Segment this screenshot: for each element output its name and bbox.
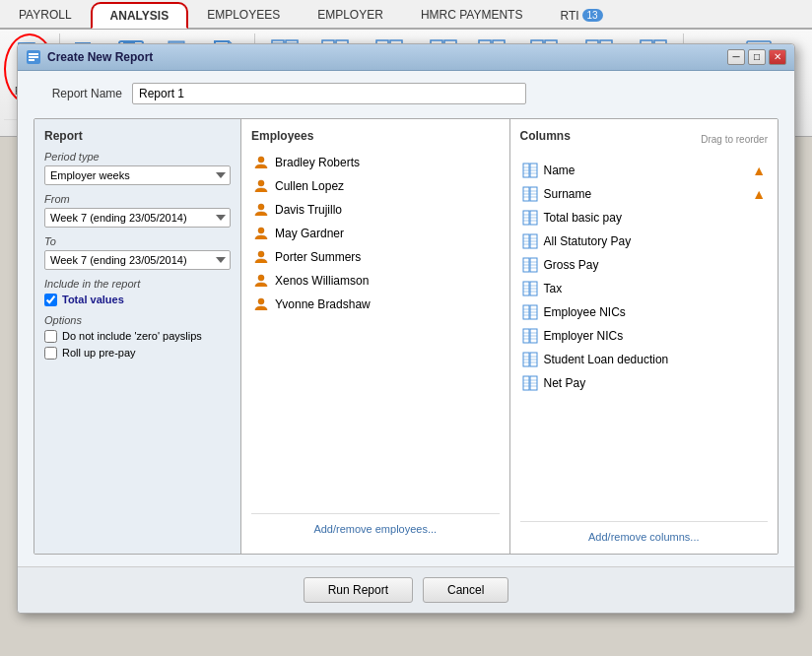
svg-point-64 (258, 157, 264, 163)
columns-panel: Columns Drag to reorder Name ▲ (510, 119, 778, 554)
options-label: Options (44, 314, 231, 326)
employee-name: Porter Summers (275, 250, 361, 264)
person-icon (253, 155, 269, 170)
run-report-button[interactable]: Run Report (304, 577, 413, 603)
report-panel: Report Period type Employer weeks From W… (34, 119, 241, 554)
column-icon (522, 281, 538, 296)
columns-list: Name ▲ Surname ▲ (520, 159, 769, 513)
dialog-columns-area: Report Period type Employer weeks From W… (34, 118, 778, 555)
column-item: All Statutory Pay (520, 230, 769, 253)
drag-reorder-label: Drag to reorder (701, 134, 768, 145)
dialog-controls: ─ □ ✕ (727, 49, 786, 65)
employee-name: Davis Trujillo (275, 203, 342, 217)
total-values-row: Total values (44, 294, 231, 306)
employee-item[interactable]: Bradley Roberts (251, 151, 500, 174)
column-item: Student Loan deduction (520, 348, 769, 371)
to-select[interactable]: Week 7 (ending 23/05/2014) (44, 250, 231, 270)
column-icon (522, 163, 538, 178)
employee-item[interactable]: Cullen Lopez (251, 174, 500, 198)
person-icon (253, 178, 269, 194)
person-icon (253, 273, 269, 289)
svg-point-65 (258, 180, 264, 186)
dialog-overlay: Create New Report ─ □ ✕ Report Name Repo… (0, 0, 812, 656)
column-name: Net Pay (544, 376, 586, 390)
period-type-group: Period type Employer weeks (44, 151, 231, 185)
column-item: Employer NICs (520, 324, 769, 348)
dialog-title: Create New Report (47, 50, 153, 64)
employee-item[interactable]: Xenos Williamson (251, 269, 500, 293)
cancel-button[interactable]: Cancel (423, 577, 508, 603)
from-select[interactable]: Week 7 (ending 23/05/2014) (44, 208, 231, 228)
employee-name: Xenos Williamson (275, 274, 369, 288)
svg-point-67 (258, 228, 264, 233)
period-type-select[interactable]: Employer weeks (44, 165, 231, 185)
option2-label: Roll up pre-pay (62, 347, 136, 359)
column-name: Student Loan deduction (544, 353, 669, 366)
column-icon (522, 304, 538, 320)
dialog-app-icon (26, 49, 41, 65)
column-icon (522, 233, 538, 249)
column-item: Total basic pay (520, 206, 769, 230)
employee-item[interactable]: Yvonne Bradshaw (251, 293, 500, 316)
employee-item[interactable]: Porter Summers (251, 245, 500, 269)
employee-name: Cullen Lopez (275, 179, 344, 193)
column-icon (522, 210, 538, 226)
to-label: To (44, 235, 231, 247)
column-icon (522, 186, 538, 202)
column-item: Net Pay (520, 371, 769, 395)
from-group: From Week 7 (ending 23/05/2014) (44, 193, 231, 228)
add-remove-columns-link[interactable]: Add/remove columns... (588, 531, 700, 543)
column-name: Employer NICs (544, 329, 624, 343)
column-item: Surname ▲ (520, 182, 769, 206)
close-button[interactable]: ✕ (769, 49, 786, 65)
svg-rect-62 (29, 56, 38, 58)
dialog-title-bar: Create New Report ─ □ ✕ (18, 44, 794, 71)
column-name: Gross Pay (544, 258, 599, 272)
employees-list: Bradley Roberts Cullen Lopez Davis Truji… (251, 151, 500, 505)
option2-row: Roll up pre-pay (44, 347, 231, 360)
maximize-button[interactable]: □ (748, 49, 766, 65)
column-name: Tax (544, 282, 563, 295)
employee-item[interactable]: May Gardner (251, 222, 500, 245)
column-name: All Statutory Pay (544, 234, 632, 248)
report-name-row: Report Name (34, 83, 778, 104)
columns-panel-header: Columns (520, 129, 571, 143)
option2-checkbox[interactable] (44, 347, 57, 360)
column-icon (522, 257, 538, 273)
svg-rect-63 (29, 59, 34, 61)
employee-name: Yvonne Bradshaw (275, 297, 371, 311)
add-remove-columns-area: Add/remove columns... (520, 521, 769, 544)
to-group: To Week 7 (ending 23/05/2014) (44, 235, 231, 270)
employees-panel-header: Employees (251, 129, 500, 143)
employee-name: Bradley Roberts (275, 156, 360, 169)
include-label: Include in the report (44, 278, 231, 290)
person-icon (253, 226, 269, 241)
column-name: Surname (544, 187, 592, 201)
svg-point-66 (258, 204, 264, 210)
report-name-label: Report Name (34, 87, 122, 100)
employees-panel: Employees Bradley Roberts Cullen Lopez (241, 119, 510, 554)
total-values-checkbox[interactable] (44, 294, 57, 306)
option1-checkbox[interactable] (44, 330, 57, 343)
minimize-button[interactable]: ─ (727, 49, 745, 65)
svg-rect-61 (29, 53, 38, 55)
column-name: Name (544, 164, 575, 177)
add-remove-employees-area: Add/remove employees... (251, 513, 500, 536)
column-name: Total basic pay (544, 211, 622, 225)
person-icon (253, 296, 269, 312)
report-panel-header: Report (44, 129, 231, 143)
dialog-footer: Run Report Cancel (18, 566, 794, 613)
create-report-dialog: Create New Report ─ □ ✕ Report Name Repo… (17, 43, 795, 614)
person-icon (253, 202, 269, 218)
column-icon (522, 375, 538, 391)
option1-row: Do not include 'zero' payslips (44, 330, 231, 343)
column-up-arrow[interactable]: ▲ (752, 186, 766, 202)
svg-point-70 (258, 298, 264, 304)
report-name-input[interactable] (132, 83, 526, 104)
column-item: Tax (520, 277, 769, 300)
option1-label: Do not include 'zero' payslips (62, 330, 202, 342)
employee-item[interactable]: Davis Trujillo (251, 198, 500, 222)
add-remove-employees-link[interactable]: Add/remove employees... (313, 523, 437, 535)
total-values-label: Total values (62, 294, 124, 305)
column-up-arrow[interactable]: ▲ (752, 163, 766, 178)
